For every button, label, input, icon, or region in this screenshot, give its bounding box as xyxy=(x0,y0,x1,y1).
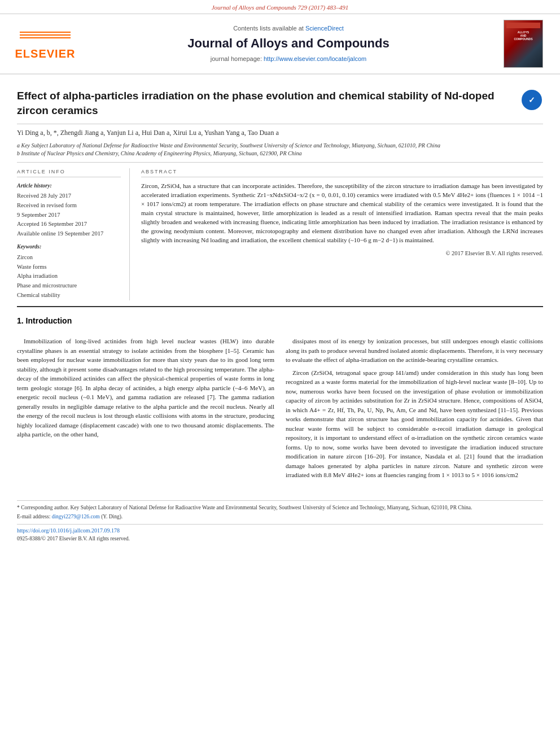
history-label: Article history: xyxy=(17,182,121,190)
elsevier-banner: ELSEVIER Contents lists available at Sci… xyxy=(0,14,560,75)
journal-thumb-text: ALLOYSANDCOMPOUNDS xyxy=(514,30,532,41)
page-wrapper: Journal of Alloys and Compounds 729 (201… xyxy=(0,0,560,554)
available-online: Available online 19 September 2017 xyxy=(17,230,121,238)
main-content: Effect of alpha-particles irradiation on… xyxy=(0,75,560,554)
abstract-heading: ABSTRACT xyxy=(141,168,543,178)
journal-citation: Journal of Alloys and Compounds 729 (201… xyxy=(212,4,349,11)
email-link[interactable]: dingyi2279@126.com xyxy=(52,514,100,519)
intro-right-paragraph: dissipates most of its energy by ionizat… xyxy=(286,337,543,365)
elsevier-logo-text: ELSEVIER xyxy=(15,46,76,62)
keywords-list: ZirconWaste formsAlpha irradiationPhase … xyxy=(17,253,121,300)
article-info-col: ARTICLE INFO Article history: Received 2… xyxy=(17,168,130,300)
intro-title: 1. Introduction xyxy=(17,316,543,327)
contents-line: Contents lists available at ScienceDirec… xyxy=(79,24,498,33)
keyword-item: Alpha irradiation xyxy=(17,272,121,281)
introduction-section: 1. Introduction Immobilization of long-l… xyxy=(17,306,543,495)
journal-thumbnail: ALLOYSANDCOMPOUNDS xyxy=(504,20,543,68)
copyright-line: © 2017 Elsevier B.V. All rights reserved… xyxy=(141,250,543,258)
article-info-heading: ARTICLE INFO xyxy=(17,168,121,178)
email-line: E-mail address: dingyi2279@126.com (Y. D… xyxy=(17,513,543,521)
intro-left-col: Immobilization of long-lived actinides f… xyxy=(17,337,274,483)
keyword-item: Phase and microstructure xyxy=(17,281,121,291)
intro-right-col: dissipates most of its energy by ionizat… xyxy=(286,337,543,483)
banner-center: Contents lists available at ScienceDirec… xyxy=(79,24,498,64)
crossmark-icon: ✓ xyxy=(522,90,542,110)
journal-title: Journal of Alloys and Compounds xyxy=(79,35,498,53)
affiliation-b: b Institute of Nuclear Physics and Chemi… xyxy=(17,150,543,158)
article-info-abstract-section: ARTICLE INFO Article history: Received 2… xyxy=(17,162,543,306)
affiliations: a Key Subject Laboratory of National Def… xyxy=(17,140,543,162)
abstract-text: Zircon, ZrSiO4, has a structure that can… xyxy=(141,182,543,245)
keyword-item: Zircon xyxy=(17,253,121,263)
doi-line: https://doi.org/10.1016/j.jallcom.2017.0… xyxy=(17,527,543,535)
issn-line: 0925-8388/© 2017 Elsevier B.V. All right… xyxy=(17,535,543,543)
elsevier-logo-area: ELSEVIER xyxy=(11,27,79,62)
received-date: Received 28 July 2017 xyxy=(17,192,121,200)
affiliation-a: a Key Subject Laboratory of National Def… xyxy=(17,142,543,150)
keywords-label: Keywords: xyxy=(17,243,121,251)
intro-left-paragraph: Immobilization of long-lived actinides f… xyxy=(17,337,274,439)
bottom-bar: https://doi.org/10.1016/j.jallcom.2017.0… xyxy=(17,524,543,543)
journal-top-bar: Journal of Alloys and Compounds 729 (201… xyxy=(0,0,560,14)
sciencedirect-link[interactable]: ScienceDirect xyxy=(305,25,344,32)
intro-body-two-col: Immobilization of long-lived actinides f… xyxy=(17,331,543,489)
journal-thumbnail-area: ALLOYSANDCOMPOUNDS xyxy=(498,20,549,68)
intro-right-paragraph: Zircon (ZrSiO4, tetragonal space group I… xyxy=(286,368,543,480)
corresponding-author-note: * Corresponding author. Key Subject Labo… xyxy=(17,504,543,512)
accepted-date: Accepted 16 September 2017 xyxy=(17,220,121,229)
keyword-item: Chemical stability xyxy=(17,291,121,300)
crossmark-badge[interactable]: ✓ xyxy=(520,89,543,111)
homepage-link[interactable]: http://www.elsevier.com/locate/jalcom xyxy=(264,55,366,62)
authors-text: Yi Ding a, b, *, Zhengdi Jiang a, Yanjun… xyxy=(17,129,279,137)
article-title-section: Effect of alpha-particles irradiation on… xyxy=(17,80,543,124)
authors-line: Yi Ding a, b, *, Zhengdi Jiang a, Yanjun… xyxy=(17,124,543,140)
elsevier-logo-decoration xyxy=(20,27,71,43)
received-revised-date: 9 September 2017 xyxy=(17,211,121,220)
article-title: Effect of alpha-particles irradiation on… xyxy=(17,89,520,117)
keyword-item: Waste forms xyxy=(17,263,121,272)
received-revised-label: Received in revised form xyxy=(17,202,121,210)
homepage-line: journal homepage: http://www.elsevier.co… xyxy=(79,55,498,63)
footnote-area: * Corresponding author. Key Subject Labo… xyxy=(17,500,543,521)
abstract-col: ABSTRACT Zircon, ZrSiO4, has a structure… xyxy=(141,168,543,300)
intro-left-text: Immobilization of long-lived actinides f… xyxy=(17,337,274,439)
doi-link[interactable]: https://doi.org/10.1016/j.jallcom.2017.0… xyxy=(17,527,120,534)
intro-right-text: dissipates most of its energy by ionizat… xyxy=(286,337,543,480)
